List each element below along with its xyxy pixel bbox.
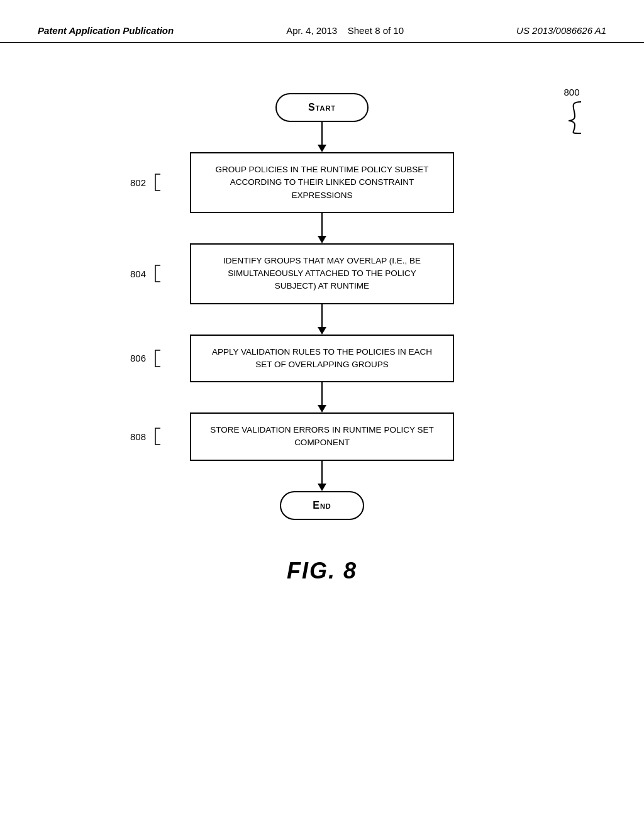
arrow-3 bbox=[318, 304, 326, 335]
step-806-id: 806 bbox=[130, 353, 146, 363]
step-808-bracket-icon bbox=[149, 427, 162, 446]
svg-marker-3 bbox=[318, 236, 326, 243]
header-sheet: Sheet 8 of 10 bbox=[348, 25, 404, 36]
header-date-sheet: Apr. 4, 2013 Sheet 8 of 10 bbox=[286, 25, 404, 36]
fig-number-label: 800 bbox=[564, 87, 579, 97]
svg-marker-7 bbox=[318, 405, 326, 412]
curly-brace-icon bbox=[556, 99, 587, 136]
svg-marker-5 bbox=[318, 327, 326, 335]
step-808-id: 808 bbox=[130, 431, 146, 442]
step-804-id: 804 bbox=[130, 268, 146, 279]
page-header: Patent Application Publication Apr. 4, 2… bbox=[0, 0, 644, 43]
step-806-label-group: 806 bbox=[130, 349, 162, 368]
figure-caption: FIG. 8 bbox=[287, 558, 357, 584]
step-802-label-group: 802 bbox=[130, 173, 162, 192]
step-802-text: Group policies in the runtime policy sub… bbox=[215, 165, 428, 200]
svg-marker-9 bbox=[318, 484, 326, 491]
step-806-box: Apply validation rules to the policies i… bbox=[190, 335, 454, 383]
step-808-box: Store validation errors in runtime polic… bbox=[190, 412, 454, 461]
fig-reference-800: 800 bbox=[556, 87, 587, 136]
flowchart: Start 802 Group policies in the runtime … bbox=[190, 93, 454, 584]
step-808-row: 808 Store validation errors in runtime p… bbox=[190, 412, 454, 461]
step-802-box: Group policies in the runtime policy sub… bbox=[190, 152, 454, 213]
step-806-text: Apply validation rules to the policies i… bbox=[212, 347, 432, 369]
arrow-2 bbox=[318, 213, 326, 243]
start-terminal: Start bbox=[275, 93, 369, 122]
step-806-bracket-icon bbox=[149, 349, 162, 368]
svg-marker-1 bbox=[318, 145, 326, 152]
header-patent-number: US 2013/0086626 A1 bbox=[516, 25, 606, 36]
step-806-row: 806 Apply validation rules to the polici… bbox=[190, 335, 454, 383]
step-802-row: 802 Group policies in the runtime policy… bbox=[190, 152, 454, 213]
step-804-bracket-icon bbox=[149, 264, 162, 283]
arrow-5 bbox=[318, 461, 326, 491]
end-label: End bbox=[313, 500, 331, 511]
arrow-4 bbox=[318, 382, 326, 412]
step-804-row: 804 Identify groups that may overlap (i.… bbox=[190, 243, 454, 304]
step-804-label-group: 804 bbox=[130, 264, 162, 283]
diagram-container: 800 Start 802 Group policies in the runt… bbox=[0, 80, 644, 584]
step-802-bracket-icon bbox=[149, 173, 162, 192]
start-label: Start bbox=[308, 102, 336, 113]
step-802-id: 802 bbox=[130, 177, 146, 188]
step-804-text: Identify groups that may overlap (i.e., … bbox=[223, 256, 421, 291]
end-terminal: End bbox=[280, 491, 364, 520]
arrow-1 bbox=[318, 122, 326, 152]
step-808-text: Store validation errors in runtime polic… bbox=[210, 425, 433, 447]
header-publication-label: Patent Application Publication bbox=[38, 25, 174, 36]
header-date: Apr. 4, 2013 bbox=[286, 25, 337, 36]
step-804-box: Identify groups that may overlap (i.e., … bbox=[190, 243, 454, 304]
step-808-label-group: 808 bbox=[130, 427, 162, 446]
